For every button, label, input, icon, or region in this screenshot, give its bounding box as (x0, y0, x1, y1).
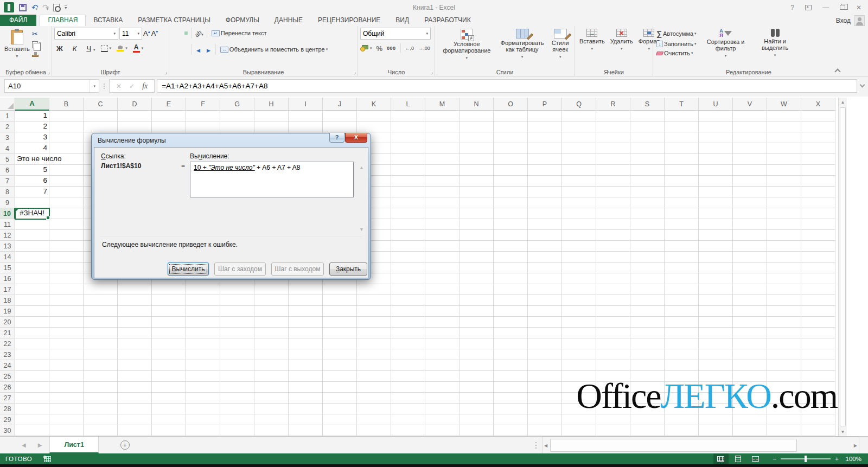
cell-I27[interactable] (289, 393, 323, 404)
cell-T14[interactable] (665, 252, 699, 263)
cell-A9[interactable] (15, 197, 49, 208)
sort-filter-button[interactable]: АЯ Сортировка и фильтр ▾ (703, 28, 749, 67)
cell-Q9[interactable] (562, 197, 596, 208)
cell-B27[interactable] (49, 393, 84, 404)
cell-A10[interactable]: #ЗНАЧ! (15, 208, 49, 219)
row-header-25[interactable]: 25 (0, 371, 15, 382)
cell-C26[interactable] (84, 382, 118, 393)
cell-H21[interactable] (254, 328, 289, 338)
cell-H20[interactable] (254, 317, 289, 328)
cell-L21[interactable] (391, 328, 425, 338)
italic-button[interactable]: К (71, 44, 79, 53)
tab-view[interactable]: ВИД (388, 15, 417, 26)
fill-button[interactable]: ↓Заполнить▾ (655, 40, 698, 48)
column-header-U[interactable]: U (699, 98, 733, 111)
cell-T9[interactable] (665, 197, 699, 208)
cell-T21[interactable] (665, 328, 699, 338)
cell-A12[interactable] (15, 230, 49, 241)
cell-N4[interactable] (459, 143, 494, 154)
cell-N28[interactable] (459, 404, 494, 414)
formula-input[interactable]: =A1+A2+A3+A4+A5+A6+A7+A8 (157, 79, 857, 93)
tab-page-layout[interactable]: РАЗМЕТКА СТРАНИЦЫ (130, 15, 218, 26)
cell-D22[interactable] (118, 338, 152, 349)
column-header-D[interactable]: D (118, 98, 152, 111)
cell-L29[interactable] (391, 414, 425, 425)
cell-H17[interactable] (254, 284, 289, 295)
cell-F22[interactable] (186, 338, 220, 349)
cell-T13[interactable] (665, 241, 699, 252)
increase-indent-icon[interactable]: ▶ (205, 43, 212, 56)
cell-G22[interactable] (220, 338, 254, 349)
cell-B15[interactable] (49, 263, 84, 273)
page-layout-view-button[interactable] (731, 453, 746, 464)
cell-V10[interactable] (733, 208, 767, 219)
cell-R14[interactable] (596, 252, 630, 263)
cell-A14[interactable] (15, 252, 49, 263)
cell-T16[interactable] (665, 273, 699, 284)
cell-K19[interactable] (357, 306, 391, 317)
number-format-select[interactable]: Общий▾ (360, 28, 431, 40)
cell-S13[interactable] (630, 241, 665, 252)
cell-B19[interactable] (49, 306, 84, 317)
cell-M11[interactable] (425, 219, 459, 230)
cell-S17[interactable] (630, 284, 665, 295)
cell-U10[interactable] (699, 208, 733, 219)
font-color-button[interactable]: А▾ (133, 44, 144, 53)
cell-R8[interactable] (596, 187, 630, 197)
cell-B16[interactable] (49, 273, 84, 284)
cell-L7[interactable] (391, 176, 425, 187)
cell-O5[interactable] (494, 154, 528, 165)
cell-S24[interactable] (630, 360, 665, 371)
cell-I28[interactable] (289, 404, 323, 414)
cell-O12[interactable] (494, 230, 528, 241)
cell-D29[interactable] (118, 414, 152, 425)
cell-K17[interactable] (357, 284, 391, 295)
column-header-E[interactable]: E (152, 98, 186, 111)
cell-Q21[interactable] (562, 328, 596, 338)
tab-data[interactable]: ДАННЫЕ (267, 15, 310, 26)
cell-A4[interactable]: 4 (15, 143, 49, 154)
cell-S16[interactable] (630, 273, 665, 284)
cell-R30[interactable] (596, 425, 630, 436)
cell-A23[interactable] (15, 349, 49, 360)
cell-M9[interactable] (425, 197, 459, 208)
cell-X15[interactable] (801, 263, 835, 273)
cell-D21[interactable] (118, 328, 152, 338)
cell-G29[interactable] (220, 414, 254, 425)
column-header-T[interactable]: T (665, 98, 699, 111)
cell-A19[interactable] (15, 306, 49, 317)
cell-C29[interactable] (84, 414, 118, 425)
cell-F21[interactable] (186, 328, 220, 338)
cell-E1[interactable] (152, 111, 186, 121)
undo-dropdown-icon[interactable]: ▾ (36, 7, 38, 11)
cell-W8[interactable] (767, 187, 801, 197)
cell-B17[interactable] (49, 284, 84, 295)
cell-J17[interactable] (323, 284, 357, 295)
cell-U22[interactable] (699, 338, 733, 349)
cell-U8[interactable] (699, 187, 733, 197)
cell-N12[interactable] (459, 230, 494, 241)
cell-H27[interactable] (254, 393, 289, 404)
zoom-slider[interactable] (781, 458, 831, 459)
borders-button[interactable]: ▾ (101, 45, 112, 52)
cell-Q15[interactable] (562, 263, 596, 273)
cell-W4[interactable] (767, 143, 801, 154)
cell-J30[interactable] (323, 425, 357, 436)
cell-V23[interactable] (733, 349, 767, 360)
cell-S4[interactable] (630, 143, 665, 154)
cell-W16[interactable] (767, 273, 801, 284)
cell-W17[interactable] (767, 284, 801, 295)
cell-E29[interactable] (152, 414, 186, 425)
insert-cells-button[interactable]: → Вставить ▾ (577, 28, 607, 67)
cell-Q12[interactable] (562, 230, 596, 241)
cell-F26[interactable] (186, 382, 220, 393)
cell-V5[interactable] (733, 154, 767, 165)
row-header-3[interactable]: 3 (0, 132, 15, 143)
accounting-format-button[interactable]: ▾ (360, 45, 372, 52)
cell-K23[interactable] (357, 349, 391, 360)
cell-M4[interactable] (425, 143, 459, 154)
cell-P4[interactable] (528, 143, 562, 154)
tab-scrollbar-splitter[interactable] (535, 437, 542, 453)
cell-P13[interactable] (528, 241, 562, 252)
cell-L26[interactable] (391, 382, 425, 393)
